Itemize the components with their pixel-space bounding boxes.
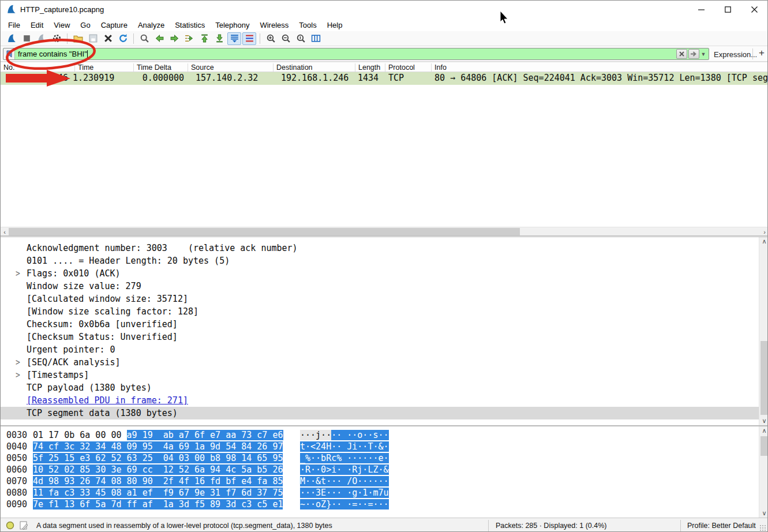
packet-row[interactable]: 2461.2309190.000000157.140.2.32192.168.1… <box>1 72 767 85</box>
colorize-icon[interactable] <box>242 32 256 45</box>
zoom-reset-icon[interactable] <box>294 32 308 45</box>
packet-list-hscrollbar[interactable]: ‹ › <box>1 227 768 235</box>
start-capture-icon[interactable] <box>5 32 18 45</box>
detail-line-link[interactable]: [Reassembled PDU in frame: 271] <box>1 394 759 407</box>
menu-statistics[interactable]: Statistics <box>170 20 210 31</box>
scroll-down-icon[interactable]: ∨ <box>759 417 768 425</box>
resize-columns-icon[interactable] <box>309 32 323 45</box>
hex-row[interactable]: 00704d 98 93 26 74 08 80 90 2f 4f 16 fd … <box>1 475 759 487</box>
detail-line[interactable]: [Checksum Status: Unverified] <box>1 331 759 343</box>
stop-capture-icon[interactable] <box>20 32 33 45</box>
hex-bytes[interactable]: 5f 25 15 e3 62 52 63 25 04 03 00 b8 98 1… <box>33 452 283 464</box>
column-divider[interactable] <box>355 63 355 72</box>
hex-ascii[interactable]: ···3E··· ·g·1·m7u <box>300 487 389 499</box>
close-button[interactable] <box>741 1 767 18</box>
go-back-icon[interactable] <box>152 32 166 45</box>
restart-capture-icon[interactable] <box>35 32 48 45</box>
column-header-no[interactable]: No. <box>3 63 14 72</box>
hex-scroll-thumb[interactable] <box>760 436 768 456</box>
hex-bytes[interactable]: 11 fa c3 33 45 08 a1 ef f9 67 9e 31 f7 6… <box>33 487 283 499</box>
hex-vscrollbar[interactable]: ∧ ∨ <box>759 426 768 518</box>
close-file-icon[interactable] <box>101 32 115 45</box>
details-vscrollbar[interactable]: ∧ ∨ <box>759 237 768 425</box>
capture-comment-icon[interactable] <box>20 521 28 530</box>
hex-bytes[interactable]: 4d 98 93 26 74 08 80 90 2f 4f 16 fd bf e… <box>33 475 283 487</box>
menu-wireless[interactable]: Wireless <box>254 20 294 31</box>
go-top-icon[interactable] <box>197 32 211 45</box>
go-bottom-icon[interactable] <box>212 32 226 45</box>
detail-line[interactable]: >Flags: 0x010 (ACK) <box>1 267 759 280</box>
auto-scroll-icon[interactable] <box>227 32 241 45</box>
detail-line[interactable]: TCP payload (1380 bytes) <box>1 381 759 394</box>
column-divider[interactable] <box>273 63 274 72</box>
expander-chevron-icon[interactable]: > <box>16 265 20 282</box>
hex-ascii[interactable]: ···j···· ··o··s·· <box>300 429 389 441</box>
detail-line[interactable]: [Calculated window size: 35712] <box>1 293 759 305</box>
menu-edit[interactable]: Edit <box>25 20 48 31</box>
column-divider[interactable] <box>431 63 432 72</box>
minimize-button[interactable] <box>688 1 714 18</box>
go-forward-icon[interactable] <box>167 32 181 45</box>
column-header-protocol[interactable]: Protocol <box>388 63 415 72</box>
hex-row[interactable]: 00505f 25 15 e3 62 52 63 25 04 03 00 b8 … <box>1 452 759 464</box>
column-header-time-delta[interactable]: Time Delta <box>137 63 171 72</box>
hex-row[interactable]: 006010 52 02 85 30 3e 69 cc 12 52 6a 94 … <box>1 464 759 475</box>
column-header-length[interactable]: Length <box>358 63 380 72</box>
detail-line[interactable]: >[SEQ/ACK analysis] <box>1 356 759 369</box>
column-header-source[interactable]: Source <box>191 63 214 72</box>
detail-line[interactable]: 0101 .... = Header Length: 20 bytes (5) <box>1 254 759 267</box>
resize-grip[interactable] <box>759 524 766 531</box>
hex-row[interactable]: 00907e f1 13 6f 5a 7d ff af 1a 3d f5 89 … <box>1 499 759 510</box>
hex-bytes[interactable]: 10 52 02 85 30 3e 69 cc 12 52 6a 94 4c 5… <box>33 464 283 475</box>
clear-filter-button[interactable] <box>676 49 687 59</box>
hex-row[interactable]: 008011 fa c3 33 45 08 a1 ef f9 67 9e 31 … <box>1 487 759 499</box>
hex-row[interactable]: 004074 cf 3c 32 34 48 09 95 4a 69 1a 9d … <box>1 441 759 452</box>
capture-options-icon[interactable] <box>50 32 63 45</box>
menu-analyze[interactable]: Analyze <box>133 20 170 31</box>
scroll-left-icon[interactable]: ‹ <box>1 227 9 236</box>
detail-line-selected[interactable]: TCP segment data (1380 bytes) <box>1 407 759 419</box>
column-divider[interactable] <box>385 63 385 72</box>
expert-info-icon[interactable] <box>6 521 14 530</box>
expander-chevron-icon[interactable]: > <box>16 367 20 383</box>
add-filter-button[interactable]: + <box>756 47 767 60</box>
hex-bytes[interactable]: 7e f1 13 6f 5a 7d ff af 1a 3d f5 89 3d c… <box>33 499 283 510</box>
filter-history-dropdown[interactable]: ▼ <box>699 49 707 59</box>
expression-button[interactable]: Expression... <box>714 50 757 59</box>
reload-icon[interactable] <box>116 32 130 45</box>
zoom-out-icon[interactable] <box>279 32 293 45</box>
column-header-destination[interactable]: Destination <box>276 63 313 72</box>
menu-file[interactable]: File <box>3 20 25 31</box>
detail-line[interactable]: >[Timestamps] <box>1 369 759 381</box>
scroll-up-icon[interactable]: ∧ <box>759 426 768 435</box>
hex-ascii[interactable]: M··&t··· /O······ <box>300 475 389 487</box>
scroll-down-icon[interactable]: ∨ <box>759 509 768 518</box>
zoom-in-icon[interactable] <box>264 32 278 45</box>
column-header-info[interactable]: Info <box>434 63 447 72</box>
hex-ascii[interactable]: ·R··0>i· ·Rj·LZ·& <box>300 464 389 475</box>
maximize-button[interactable] <box>714 1 741 18</box>
column-divider[interactable] <box>188 63 188 72</box>
scroll-up-icon[interactable]: ∧ <box>759 237 768 246</box>
scroll-right-icon[interactable]: › <box>760 227 768 236</box>
hex-row[interactable]: 003001 17 0b 6a 00 00 a9 19 ab a7 6f e7 … <box>1 429 759 441</box>
hex-bytes[interactable]: 01 17 0b 6a 00 00 a9 19 ab a7 6f e7 aa 7… <box>33 429 283 441</box>
detail-line[interactable]: Acknowledgment number: 3003 (relative ac… <box>1 242 759 254</box>
column-divider[interactable] <box>74 63 75 72</box>
hex-ascii[interactable]: t·<24H·· Ji··T·&· <box>300 441 389 452</box>
save-file-icon[interactable] <box>86 32 100 45</box>
detail-line[interactable]: Urgent pointer: 0 <box>1 343 759 356</box>
profile-text[interactable]: Profile: Better Default <box>687 522 756 530</box>
detail-line[interactable]: Checksum: 0x0b6a [unverified] <box>1 318 759 331</box>
menu-telephony[interactable]: Telephony <box>210 20 254 31</box>
detail-line[interactable]: [Window size scaling factor: 128] <box>1 305 759 318</box>
detail-line[interactable]: Window size value: 279 <box>1 280 759 293</box>
go-to-packet-icon[interactable] <box>182 32 196 45</box>
display-filter-input[interactable]: frame contains "BHI" ▼ <box>3 48 709 60</box>
apply-filter-button[interactable] <box>688 49 699 59</box>
hex-bytes[interactable]: 74 cf 3c 32 34 48 09 95 4a 69 1a 9d 54 8… <box>33 441 283 452</box>
filter-bookmark-icon[interactable] <box>3 48 15 59</box>
menu-go[interactable]: Go <box>75 20 95 31</box>
menu-capture[interactable]: Capture <box>96 20 133 31</box>
hex-ascii[interactable]: ~··oZ}·· ·=··=··· <box>300 499 389 510</box>
